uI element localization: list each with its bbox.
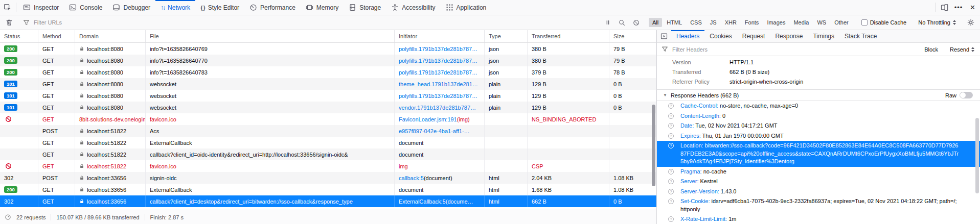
tab-console[interactable]: Console <box>64 0 107 15</box>
header-help-icon[interactable]: ? <box>668 216 674 222</box>
pause-traffic-button[interactable] <box>601 19 615 26</box>
request-list-scrollbar[interactable] <box>652 105 655 186</box>
detail-tab-request[interactable]: Request <box>737 30 770 42</box>
raw-toggle[interactable] <box>960 92 973 98</box>
table-row[interactable]: 200GETlocalhost:8080info?t=1635826640770… <box>0 55 656 66</box>
search-button[interactable] <box>615 19 629 26</box>
header-help-icon[interactable]: ? <box>668 189 674 194</box>
tab-accessibility[interactable]: Accessibility <box>386 0 440 15</box>
close-devtools-button[interactable]: ✕ <box>966 0 980 15</box>
initiator-link[interactable]: polyfills.1791b137de281b787… <box>399 46 477 52</box>
column-header-size[interactable]: Size <box>609 30 656 42</box>
tab-inspector[interactable]: Inspector <box>18 0 64 15</box>
table-row[interactable]: 101GETlocalhost:8080websockettheme_head.… <box>0 78 656 90</box>
response-header-row[interactable]: ?Pragma: no-cache <box>657 167 980 177</box>
block-url-button[interactable]: Block <box>923 46 939 53</box>
table-row[interactable]: GETlocalhost:51822callback?client_id=oid… <box>0 148 656 160</box>
initiator-link[interactable]: polyfills.1791b137de281b787… <box>399 93 477 99</box>
response-header-row[interactable]: ?Server-Version: 1.43.0 <box>657 187 980 197</box>
header-help-icon[interactable]: ? <box>668 133 674 139</box>
column-header-transferred[interactable]: Transferred <box>528 30 609 42</box>
network-settings-button[interactable] <box>964 19 978 26</box>
resend-button[interactable]: Resend <box>949 46 975 53</box>
type-filter-xhr[interactable]: XHR <box>721 18 740 27</box>
tab-debugger[interactable]: Debugger <box>107 0 155 15</box>
table-row[interactable]: GETlocalhost:51822ExternalCallbackdocume… <box>0 137 656 148</box>
initiator-link[interactable]: e957f897-042e-4ba1-aff1-… <box>399 128 470 134</box>
table-row[interactable]: 200GETlocalhost:8080info?t=1635826640769… <box>0 43 656 55</box>
column-header-domain[interactable]: Domain <box>75 30 146 42</box>
column-header-file[interactable]: File <box>146 30 395 42</box>
type-filter-other[interactable]: Other <box>831 18 852 27</box>
response-header-row[interactable]: ?Location: bitwarden://sso-callback?code… <box>657 141 980 167</box>
column-header-initiator[interactable]: Initiator <box>395 30 485 42</box>
detail-tab-cookies[interactable]: Cookies <box>704 30 737 42</box>
initiator-link[interactable]: FaviconLoader.jsm:191 <box>399 116 457 122</box>
tab-application[interactable]: Application <box>441 0 492 15</box>
column-header-method[interactable]: Method <box>38 30 75 42</box>
detail-tab-timings[interactable]: Timings <box>808 30 839 42</box>
table-row[interactable]: GET8bit-solutions-dev.onelogin….favicon.… <box>0 113 656 125</box>
performance-analysis-icon[interactable] <box>5 214 11 220</box>
detail-tab-stack-trace[interactable]: Stack Trace <box>839 30 882 42</box>
tab-performance[interactable]: Performance <box>244 0 301 15</box>
initiator-link[interactable]: theme_head.1791b137de281… <box>399 81 478 87</box>
response-header-row[interactable]: ?Set-Cookie: idsrv=adf6cba1-7075-402b-9e… <box>657 196 980 214</box>
collapse-section-icon[interactable]: ▼ <box>663 93 667 97</box>
type-filter-html[interactable]: HTML <box>663 18 686 27</box>
responsive-design-button[interactable] <box>937 0 951 15</box>
initiator-link[interactable]: vendor.1791b137de281b787… <box>399 105 476 111</box>
column-header-status[interactable]: Status <box>0 30 38 42</box>
type-filter-all[interactable]: All <box>649 18 662 27</box>
type-filter-images[interactable]: Images <box>763 18 789 27</box>
block-requests-button[interactable] <box>629 19 644 26</box>
response-header-row[interactable]: ?Content-Length: 0 <box>657 111 980 121</box>
devtools-menu-button[interactable]: ••• <box>951 0 966 15</box>
table-row[interactable]: 302GETlocalhost:33656callback?client_id=… <box>0 195 656 207</box>
throttling-select[interactable]: No Throttling <box>914 19 960 26</box>
response-headers-section[interactable]: ▼ Response Headers (662 B) Raw <box>657 89 980 101</box>
column-header-type[interactable]: Type <box>485 30 528 42</box>
header-help-icon[interactable]: ? <box>668 123 674 129</box>
response-header-row[interactable]: ?Server: Kestrel <box>657 177 980 187</box>
initiator-link[interactable]: polyfills.1791b137de281b787… <box>399 58 477 64</box>
type-filter-css[interactable]: CSS <box>687 18 705 27</box>
type-filter-ws[interactable]: WS <box>813 18 830 27</box>
disable-cache-checkbox[interactable] <box>861 19 868 26</box>
table-row[interactable]: 302POSTlocalhost:33656signin-oidccallbac… <box>0 172 656 184</box>
table-row[interactable]: 101GETlocalhost:8080websocketvendor.1791… <box>0 102 656 113</box>
detail-tab-headers[interactable]: Headers <box>671 30 704 42</box>
type-filter-media[interactable]: Media <box>790 18 812 27</box>
initiator-link[interactable]: callback:5 <box>399 175 424 181</box>
tab-storage[interactable]: Storage <box>344 0 386 15</box>
clear-requests-button[interactable] <box>2 19 16 26</box>
tab-style-editor[interactable]: { }Style Editor <box>195 0 244 15</box>
initiator-link[interactable]: ExternalCallback:5 <box>399 198 446 205</box>
header-help-icon[interactable]: ? <box>668 198 674 204</box>
initiator-link[interactable]: polyfills.1791b137de281b787… <box>399 69 477 76</box>
details-pane-scrollbar[interactable] <box>975 118 979 193</box>
header-help-icon[interactable]: ? <box>668 113 674 119</box>
toggle-details-pane-button[interactable] <box>657 30 671 42</box>
header-help-icon[interactable]: ? <box>668 143 674 148</box>
detail-tab-response[interactable]: Response <box>770 30 808 42</box>
type-filter-js[interactable]: JS <box>706 18 720 27</box>
response-header-row[interactable]: ?Expires: Thu, 01 Jan 1970 00:00:00 GMT <box>657 131 980 141</box>
response-header-row[interactable]: ?Cache-Control: no-store, no-cache, max-… <box>657 101 980 111</box>
tab-memory[interactable]: Memory <box>301 0 344 15</box>
header-help-icon[interactable]: ? <box>668 103 674 109</box>
header-help-icon[interactable]: ? <box>668 169 674 175</box>
tab-network[interactable]: ↑↓Network <box>155 0 195 15</box>
table-row[interactable]: 200GETlocalhost:33656ExternalCallbackdoc… <box>0 184 656 195</box>
filter-urls-input[interactable] <box>33 19 601 26</box>
filter-headers-input[interactable] <box>671 46 753 53</box>
type-filter-fonts[interactable]: Fonts <box>741 18 763 27</box>
response-header-row[interactable]: ?Date: Tue, 02 Nov 2021 04:17:21 GMT <box>657 121 980 131</box>
pick-element-button[interactable] <box>0 0 14 15</box>
table-row[interactable]: POSTlocalhost:51822Acse957f897-042e-4ba1… <box>0 125 656 137</box>
table-row[interactable]: 101GETlocalhost:8080websocketpolyfills.1… <box>0 90 656 102</box>
header-help-icon[interactable]: ? <box>668 179 674 184</box>
response-header-row[interactable]: ?X-Rate-Limit-Limit: 1m <box>657 214 980 224</box>
table-row[interactable]: 200GETlocalhost:8080info?t=1635826640783… <box>0 66 656 78</box>
table-row[interactable]: GETlocalhost:51822favicon.icoimgCSP <box>0 160 656 172</box>
